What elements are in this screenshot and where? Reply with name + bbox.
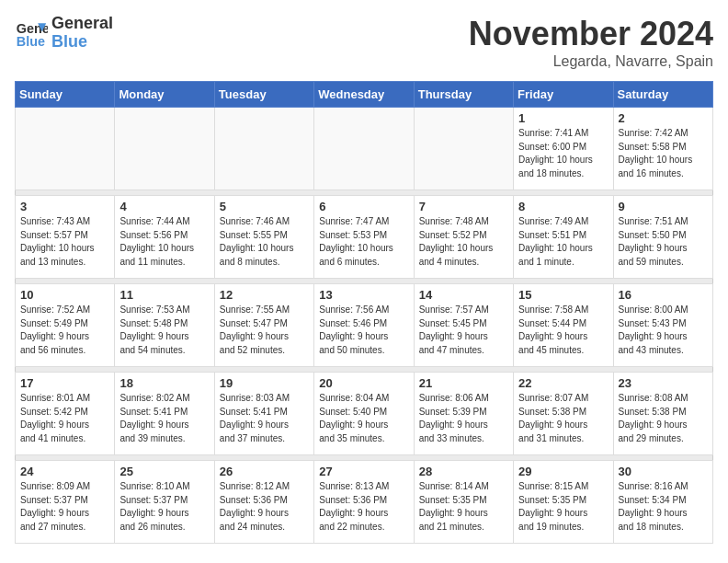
weekday-header: Wednesday: [314, 82, 414, 108]
weekday-header: Thursday: [414, 82, 513, 108]
day-number: 14: [419, 288, 508, 302]
day-info: Sunrise: 8:07 AM Sunset: 5:38 PM Dayligh…: [518, 392, 608, 445]
calendar-cell: 4Sunrise: 7:44 AM Sunset: 5:56 PM Daylig…: [115, 196, 214, 279]
calendar-week-row: 10Sunrise: 7:52 AM Sunset: 5:49 PM Dayli…: [16, 284, 713, 367]
weekday-header: Monday: [115, 82, 214, 108]
day-info: Sunrise: 8:12 AM Sunset: 5:36 PM Dayligh…: [220, 480, 309, 534]
weekday-header-row: SundayMondayTuesdayWednesdayThursdayFrid…: [16, 82, 713, 108]
day-number: 18: [119, 376, 209, 390]
day-number: 27: [319, 465, 408, 478]
logo-general: General: [51, 15, 113, 33]
calendar-cell: 3Sunrise: 7:43 AM Sunset: 5:57 PM Daylig…: [16, 196, 115, 279]
calendar-cell: 9Sunrise: 7:51 AM Sunset: 5:50 PM Daylig…: [613, 196, 712, 279]
day-info: Sunrise: 8:14 AM Sunset: 5:35 PM Dayligh…: [419, 480, 508, 534]
day-info: Sunrise: 8:01 AM Sunset: 5:42 PM Dayligh…: [20, 392, 109, 445]
calendar-cell: 24Sunrise: 8:09 AM Sunset: 5:37 PM Dayli…: [16, 461, 115, 544]
calendar-cell: 18Sunrise: 8:02 AM Sunset: 5:41 PM Dayli…: [115, 373, 214, 455]
day-info: Sunrise: 7:55 AM Sunset: 5:47 PM Dayligh…: [220, 304, 309, 357]
day-info: Sunrise: 7:42 AM Sunset: 5:58 PM Dayligh…: [619, 127, 708, 180]
day-number: 17: [20, 376, 109, 390]
calendar-cell: 17Sunrise: 8:01 AM Sunset: 5:42 PM Dayli…: [16, 373, 115, 455]
day-info: Sunrise: 7:53 AM Sunset: 5:48 PM Dayligh…: [119, 304, 209, 357]
day-number: 5: [220, 200, 309, 213]
day-number: 26: [220, 465, 309, 478]
weekday-header: Saturday: [613, 82, 712, 108]
day-number: 21: [419, 376, 508, 390]
day-number: 16: [619, 288, 708, 302]
day-number: 30: [619, 465, 708, 478]
day-info: Sunrise: 8:03 AM Sunset: 5:41 PM Dayligh…: [220, 392, 309, 445]
day-number: 23: [619, 376, 708, 390]
day-info: Sunrise: 8:13 AM Sunset: 5:36 PM Dayligh…: [319, 480, 408, 534]
day-info: Sunrise: 7:49 AM Sunset: 5:51 PM Dayligh…: [518, 215, 608, 269]
day-info: Sunrise: 7:44 AM Sunset: 5:56 PM Dayligh…: [119, 215, 209, 269]
calendar-table: SundayMondayTuesdayWednesdayThursdayFrid…: [15, 81, 713, 544]
day-info: Sunrise: 8:09 AM Sunset: 5:37 PM Dayligh…: [20, 480, 109, 534]
calendar-cell: 14Sunrise: 7:57 AM Sunset: 5:45 PM Dayli…: [414, 284, 513, 367]
day-number: 12: [220, 288, 309, 302]
calendar-cell: [414, 108, 513, 190]
calendar-cell: 1Sunrise: 7:41 AM Sunset: 6:00 PM Daylig…: [514, 108, 613, 190]
calendar-cell: 16Sunrise: 8:00 AM Sunset: 5:43 PM Dayli…: [613, 284, 712, 367]
day-info: Sunrise: 7:52 AM Sunset: 5:49 PM Dayligh…: [20, 304, 109, 357]
day-number: 7: [419, 200, 508, 213]
day-info: Sunrise: 8:08 AM Sunset: 5:38 PM Dayligh…: [619, 392, 708, 445]
calendar-cell: 10Sunrise: 7:52 AM Sunset: 5:49 PM Dayli…: [16, 284, 115, 367]
day-number: 2: [619, 111, 708, 125]
day-number: 20: [319, 376, 408, 390]
day-info: Sunrise: 7:47 AM Sunset: 5:53 PM Dayligh…: [319, 215, 408, 269]
calendar-week-row: 3Sunrise: 7:43 AM Sunset: 5:57 PM Daylig…: [16, 196, 713, 279]
calendar-cell: 25Sunrise: 8:10 AM Sunset: 5:37 PM Dayli…: [115, 461, 214, 544]
calendar-cell: [115, 108, 214, 190]
page-header: General Blue General Blue November 2024 …: [15, 15, 713, 70]
day-number: 13: [319, 288, 408, 302]
calendar-cell: 12Sunrise: 7:55 AM Sunset: 5:47 PM Dayli…: [214, 284, 313, 367]
calendar-cell: 15Sunrise: 7:58 AM Sunset: 5:44 PM Dayli…: [514, 284, 613, 367]
logo-blue: Blue: [51, 33, 113, 52]
calendar-cell: 22Sunrise: 8:07 AM Sunset: 5:38 PM Dayli…: [514, 373, 613, 455]
month-title: November 2024: [469, 15, 713, 53]
calendar-cell: [16, 108, 115, 190]
calendar-cell: 26Sunrise: 8:12 AM Sunset: 5:36 PM Dayli…: [214, 461, 313, 544]
svg-text:Blue: Blue: [17, 34, 45, 49]
calendar-cell: 20Sunrise: 8:04 AM Sunset: 5:40 PM Dayli…: [314, 373, 414, 455]
day-number: 28: [419, 465, 508, 478]
day-number: 24: [20, 465, 109, 478]
day-info: Sunrise: 7:43 AM Sunset: 5:57 PM Dayligh…: [20, 215, 109, 269]
calendar-cell: 29Sunrise: 8:15 AM Sunset: 5:35 PM Dayli…: [514, 461, 613, 544]
calendar-cell: 21Sunrise: 8:06 AM Sunset: 5:39 PM Dayli…: [414, 373, 513, 455]
day-info: Sunrise: 7:57 AM Sunset: 5:45 PM Dayligh…: [419, 304, 508, 357]
day-number: 11: [119, 288, 209, 302]
day-info: Sunrise: 7:51 AM Sunset: 5:50 PM Dayligh…: [619, 215, 708, 269]
calendar-cell: 13Sunrise: 7:56 AM Sunset: 5:46 PM Dayli…: [314, 284, 414, 367]
calendar-cell: 23Sunrise: 8:08 AM Sunset: 5:38 PM Dayli…: [613, 373, 712, 455]
calendar-cell: 5Sunrise: 7:46 AM Sunset: 5:55 PM Daylig…: [214, 196, 313, 279]
calendar-cell: 2Sunrise: 7:42 AM Sunset: 5:58 PM Daylig…: [613, 108, 712, 190]
calendar-cell: 6Sunrise: 7:47 AM Sunset: 5:53 PM Daylig…: [314, 196, 414, 279]
day-info: Sunrise: 8:02 AM Sunset: 5:41 PM Dayligh…: [119, 392, 209, 445]
location: Legarda, Navarre, Spain: [469, 53, 713, 70]
day-number: 29: [518, 465, 608, 478]
day-number: 19: [220, 376, 309, 390]
day-number: 10: [20, 288, 109, 302]
day-info: Sunrise: 7:48 AM Sunset: 5:52 PM Dayligh…: [419, 215, 508, 269]
day-number: 6: [319, 200, 408, 213]
day-number: 22: [518, 376, 608, 390]
calendar-cell: 8Sunrise: 7:49 AM Sunset: 5:51 PM Daylig…: [514, 196, 613, 279]
day-number: 25: [119, 465, 209, 478]
calendar-cell: 28Sunrise: 8:14 AM Sunset: 5:35 PM Dayli…: [414, 461, 513, 544]
calendar-cell: 19Sunrise: 8:03 AM Sunset: 5:41 PM Dayli…: [214, 373, 313, 455]
logo: General Blue General Blue: [15, 15, 113, 52]
day-info: Sunrise: 7:41 AM Sunset: 6:00 PM Dayligh…: [518, 127, 608, 180]
title-area: November 2024 Legarda, Navarre, Spain: [469, 15, 713, 70]
logo-icon: General Blue: [15, 17, 48, 50]
calendar-cell: [214, 108, 313, 190]
day-number: 1: [518, 111, 608, 125]
day-info: Sunrise: 7:46 AM Sunset: 5:55 PM Dayligh…: [220, 215, 309, 269]
calendar-week-row: 17Sunrise: 8:01 AM Sunset: 5:42 PM Dayli…: [16, 373, 713, 455]
day-info: Sunrise: 8:00 AM Sunset: 5:43 PM Dayligh…: [619, 304, 708, 357]
day-info: Sunrise: 7:58 AM Sunset: 5:44 PM Dayligh…: [518, 304, 608, 357]
calendar-week-row: 1Sunrise: 7:41 AM Sunset: 6:00 PM Daylig…: [16, 108, 713, 190]
day-info: Sunrise: 8:15 AM Sunset: 5:35 PM Dayligh…: [518, 480, 608, 534]
calendar-cell: 30Sunrise: 8:16 AM Sunset: 5:34 PM Dayli…: [613, 461, 712, 544]
